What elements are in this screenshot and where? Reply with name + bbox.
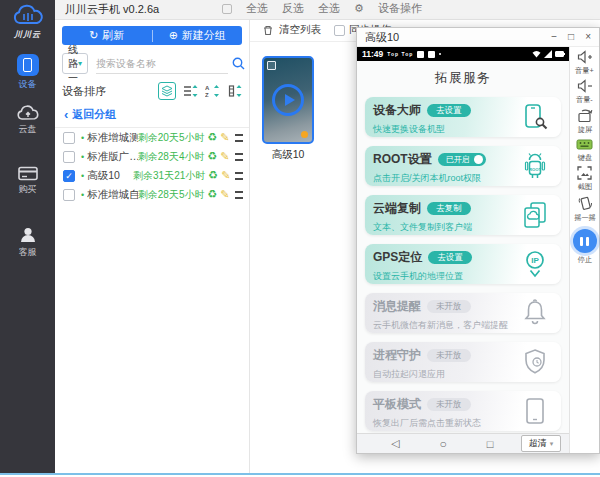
clear-list-icon[interactable] bbox=[262, 24, 274, 36]
device-thumbnail[interactable]: 高级10 bbox=[262, 56, 314, 162]
drag-handle-icon[interactable] bbox=[235, 134, 243, 142]
stop-icon bbox=[573, 229, 597, 253]
android-root-icon: ROOT bbox=[521, 151, 549, 181]
device-checkbox[interactable] bbox=[63, 151, 75, 163]
alpha-sort-icon[interactable]: AZ bbox=[205, 84, 220, 98]
rotate-screen-button[interactable]: 旋屏 bbox=[577, 108, 593, 135]
volume-down-button[interactable]: 音量- bbox=[575, 79, 594, 105]
renew-icon[interactable]: ♻ bbox=[208, 170, 218, 181]
sidebar-item-devices[interactable]: 设备 bbox=[17, 54, 39, 91]
new-group-button[interactable]: ⊕ 新建分组 bbox=[153, 26, 243, 45]
time-sort-icon[interactable] bbox=[227, 84, 242, 98]
quality-select[interactable]: 超清 ▾ bbox=[521, 435, 562, 452]
edit-icon[interactable]: ✎ bbox=[221, 170, 230, 181]
app-title: 川川云手机 v0.2.6a bbox=[65, 2, 159, 17]
stop-button[interactable]: 停止 bbox=[573, 226, 597, 265]
go-copy-button[interactable]: 去复制 bbox=[427, 202, 471, 215]
sidebar-item-label: 客服 bbox=[19, 246, 37, 259]
toolbar-label: 音量- bbox=[576, 95, 593, 105]
invert-select-label[interactable]: 反选 bbox=[282, 1, 304, 16]
renew-icon[interactable]: ♻ bbox=[207, 189, 217, 200]
clear-list-label[interactable]: 清空列表 bbox=[279, 23, 321, 37]
drag-handle-icon[interactable] bbox=[235, 172, 243, 180]
go-settings-button[interactable]: 去设置 bbox=[427, 104, 471, 117]
notification-icon bbox=[428, 51, 435, 58]
screenshot-button[interactable]: 截图 bbox=[577, 166, 593, 192]
service-card-root[interactable]: ROOT设置 已开启 点击开启/关闭本机root权限 ROOT bbox=[365, 146, 561, 186]
nav-back-icon[interactable]: ◁ bbox=[391, 437, 399, 450]
renew-icon[interactable]: ♻ bbox=[207, 151, 217, 162]
phone-window-title: 高级10 bbox=[365, 30, 399, 45]
search-input[interactable] bbox=[96, 54, 228, 74]
sync-checkbox[interactable] bbox=[334, 25, 345, 36]
device-name: 标准增城测试 bbox=[87, 131, 138, 145]
line-select[interactable]: 线路一 ▾ bbox=[62, 53, 88, 74]
service-card-gps[interactable]: GPS定位 去设置 设置云手机的地理位置 IP bbox=[365, 244, 561, 284]
device-name: 标准版广… bbox=[87, 150, 138, 164]
volume-up-button[interactable]: 音量+ bbox=[574, 50, 595, 76]
thumbnail-select-checkbox[interactable] bbox=[267, 61, 276, 70]
drag-handle-icon[interactable] bbox=[235, 153, 243, 161]
device-row[interactable]: • 标准增城自用 剩余28天5小时 ♻ ✎ bbox=[55, 185, 249, 204]
device-name: 标准增城自用 bbox=[87, 188, 138, 202]
device-remaining-time: 剩余20天5小时 bbox=[138, 131, 205, 145]
list-sort-icon[interactable] bbox=[183, 84, 198, 98]
phone-window: 高级10 − □ × 11:49 Top Top bbox=[356, 27, 600, 454]
back-to-groups-link[interactable]: ‹ 返回分组 bbox=[64, 107, 242, 122]
play-icon[interactable] bbox=[272, 84, 304, 116]
service-card-device-master[interactable]: 设备大师 去设置 快速更换设备机型 bbox=[365, 97, 561, 137]
device-checkbox[interactable] bbox=[63, 132, 75, 144]
renew-icon[interactable]: ♻ bbox=[207, 132, 217, 143]
device-row[interactable]: • 标准版广… 剩余28天4小时 ♻ ✎ bbox=[55, 147, 249, 166]
device-phone-icon bbox=[17, 54, 39, 76]
refresh-label: 刷新 bbox=[102, 28, 124, 43]
logo-text: 川川云 bbox=[14, 29, 41, 40]
status-dot-icon: • bbox=[81, 171, 84, 181]
group-select-label[interactable]: 全选 bbox=[318, 1, 340, 16]
root-toggle[interactable]: 已开启 bbox=[438, 153, 486, 166]
go-settings-button[interactable]: 去设置 bbox=[428, 251, 472, 264]
search-icon[interactable] bbox=[232, 57, 245, 70]
battery-icon bbox=[555, 51, 564, 57]
phone-screen: 11:49 Top Top 拓展服务 设备大师 bbox=[357, 47, 569, 453]
edit-icon[interactable]: ✎ bbox=[220, 189, 229, 200]
status-dot-icon: • bbox=[81, 190, 84, 200]
line-select-value: 线路一 bbox=[68, 43, 78, 85]
sidebar-item-cloud-disk[interactable]: 云盘 bbox=[17, 105, 39, 136]
maximize-icon[interactable]: □ bbox=[568, 32, 574, 42]
keyboard-button[interactable]: 键盘 bbox=[576, 138, 593, 163]
toggle-knob bbox=[474, 155, 483, 164]
device-checkbox[interactable] bbox=[63, 189, 75, 201]
device-row[interactable]: • 标准增城测试 剩余20天5小时 ♻ ✎ bbox=[55, 128, 249, 147]
cloud-copy-icon bbox=[521, 200, 549, 230]
notification-icon bbox=[417, 51, 424, 58]
shake-button[interactable]: 摇一摇 bbox=[573, 195, 597, 223]
sidebar-item-support[interactable]: 客服 bbox=[18, 226, 38, 259]
device-thumbnail-screen[interactable] bbox=[262, 56, 314, 144]
nav-home-icon[interactable]: ○ bbox=[439, 437, 446, 451]
select-all-label[interactable]: 全选 bbox=[246, 1, 268, 16]
purchase-card-icon bbox=[18, 166, 38, 181]
close-icon[interactable]: × bbox=[585, 32, 591, 42]
nav-recents-icon[interactable]: □ bbox=[487, 438, 494, 450]
drag-handle-icon[interactable] bbox=[235, 191, 243, 199]
edit-icon[interactable]: ✎ bbox=[220, 151, 229, 162]
service-name: ROOT设置 bbox=[373, 151, 432, 168]
phone-window-titlebar[interactable]: 高级10 − □ × bbox=[357, 28, 599, 47]
device-row-selected[interactable]: ✓ • 高级10 剩余31天21小时 ♻ ✎ bbox=[55, 166, 249, 185]
layer-sort-icon[interactable] bbox=[158, 82, 176, 100]
sidebar-item-purchase[interactable]: 购买 bbox=[18, 166, 38, 196]
device-ops-label[interactable]: 设备操作 bbox=[378, 1, 422, 16]
sidebar-item-label: 购买 bbox=[19, 183, 37, 196]
service-name: 进程守护 bbox=[373, 347, 421, 364]
service-card-cloud-copy[interactable]: 云端复制 去复制 文本、文件复制到客户端 bbox=[365, 195, 561, 235]
select-all-checkbox[interactable] bbox=[222, 4, 232, 14]
minimize-icon[interactable]: − bbox=[551, 32, 557, 42]
edit-icon[interactable]: ✎ bbox=[220, 132, 229, 143]
shield-clock-icon bbox=[521, 347, 549, 377]
svg-text:Z: Z bbox=[205, 92, 209, 98]
device-remaining-time: 剩余28天4小时 bbox=[138, 150, 205, 164]
plus-icon: ⊕ bbox=[169, 29, 178, 42]
device-checkbox[interactable]: ✓ bbox=[63, 170, 75, 182]
device-name: 高级10 bbox=[87, 169, 133, 183]
